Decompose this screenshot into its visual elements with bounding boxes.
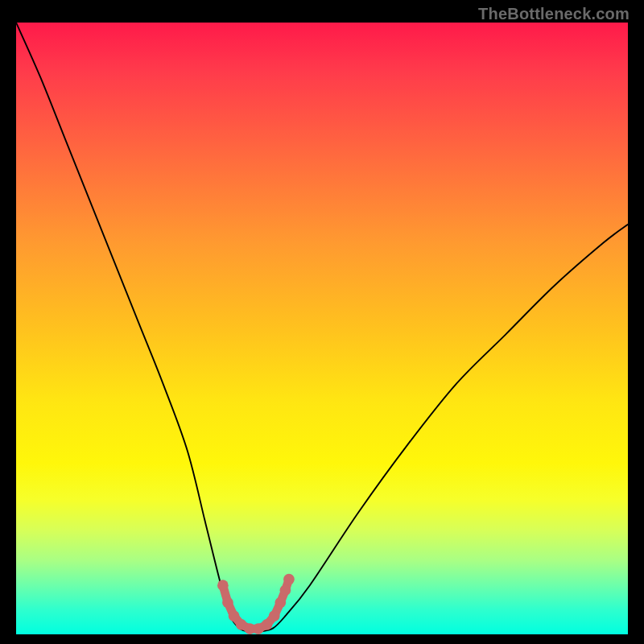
marker-dot	[229, 610, 240, 621]
marker-dot	[275, 597, 286, 609]
curve-layer	[16, 23, 628, 634]
marker-dot	[280, 584, 291, 596]
marker-dot	[283, 574, 295, 585]
bottleneck-curve	[16, 23, 628, 632]
marker-dot	[269, 610, 280, 621]
plot-area	[16, 23, 628, 634]
marker-dot	[262, 619, 273, 630]
chart-stage: TheBottleneck.com	[0, 0, 644, 644]
watermark-text: TheBottleneck.com	[478, 5, 630, 23]
marker-dot	[217, 580, 229, 591]
marker-dot	[222, 597, 233, 609]
optimal-range-markers	[217, 574, 295, 634]
